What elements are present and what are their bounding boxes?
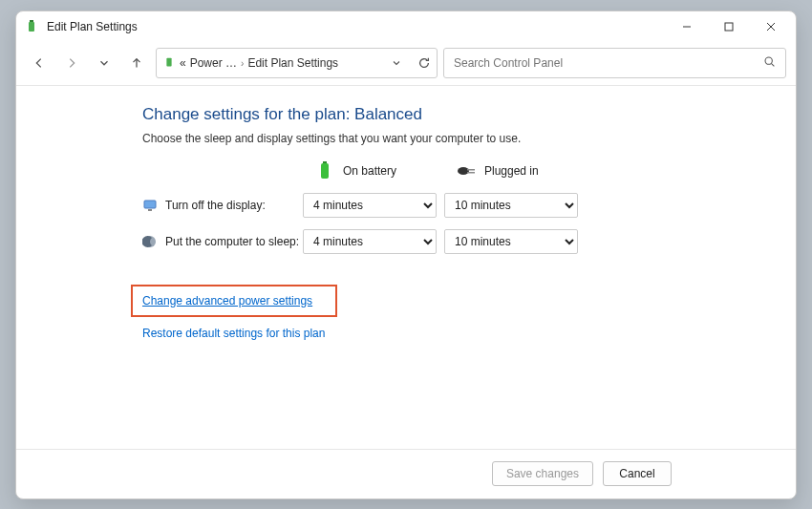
- search-icon[interactable]: [763, 55, 776, 71]
- maximize-button[interactable]: [708, 13, 750, 40]
- svg-rect-9: [321, 163, 329, 179]
- column-on-battery-label: On battery: [343, 164, 396, 178]
- column-on-battery: On battery: [303, 160, 444, 181]
- svg-rect-0: [29, 22, 34, 32]
- search-input[interactable]: [454, 56, 763, 70]
- content: Change settings for the plan: Balanced C…: [16, 86, 796, 449]
- search-box[interactable]: [443, 48, 786, 78]
- sleep-icon: [142, 234, 158, 249]
- forward-button[interactable]: [58, 50, 85, 76]
- highlight-advanced-link: Change advanced power settings: [131, 285, 337, 317]
- svg-rect-12: [467, 169, 475, 171]
- row-sleep: Put the computer to sleep:: [142, 234, 303, 249]
- svg-rect-1: [30, 20, 33, 22]
- app-icon: [24, 19, 39, 34]
- plug-icon: [456, 160, 477, 181]
- breadcrumb-item-edit-plan[interactable]: Edit Plan Settings: [247, 56, 338, 70]
- titlebar: Edit Plan Settings: [16, 11, 796, 42]
- display-plugged-select[interactable]: 10 minutes: [444, 193, 578, 218]
- row-display-label: Turn off the display:: [165, 199, 266, 212]
- column-plugged-in: Plugged in: [444, 160, 586, 181]
- link-restore-defaults[interactable]: Restore default settings for this plan: [142, 327, 325, 340]
- display-icon: [142, 198, 158, 213]
- address-dropdown[interactable]: [391, 57, 402, 69]
- svg-rect-14: [144, 201, 156, 208]
- toolbar: « Power … › Edit Plan Settings: [16, 42, 796, 86]
- link-advanced-power-settings[interactable]: Change advanced power settings: [142, 294, 312, 308]
- row-display: Turn off the display:: [142, 198, 303, 213]
- column-plugged-in-label: Plugged in: [484, 164, 539, 178]
- page-heading: Change settings for the plan: Balanced: [142, 105, 780, 124]
- svg-line-8: [772, 64, 775, 67]
- minimize-button[interactable]: [666, 13, 708, 40]
- power-icon: [162, 55, 176, 72]
- svg-rect-15: [148, 209, 152, 211]
- svg-rect-6: [166, 57, 171, 66]
- cancel-button[interactable]: Cancel: [603, 461, 672, 486]
- links-section: Change advanced power settings Restore d…: [142, 285, 780, 340]
- svg-rect-3: [725, 23, 733, 31]
- window-title: Edit Plan Settings: [47, 20, 666, 33]
- settings-grid: On battery Plugged in Turn off the displ…: [142, 160, 780, 254]
- refresh-button[interactable]: [417, 56, 431, 70]
- battery-icon: [314, 160, 335, 181]
- footer: Save changes Cancel: [16, 449, 796, 498]
- sleep-plugged-select[interactable]: 10 minutes: [444, 229, 578, 254]
- window: Edit Plan Settings « Power …: [15, 11, 797, 499]
- breadcrumb-item-power[interactable]: Power …: [190, 56, 237, 70]
- recent-dropdown[interactable]: [91, 50, 118, 76]
- display-battery-select[interactable]: 4 minutes: [303, 193, 437, 218]
- close-button[interactable]: [750, 13, 792, 40]
- page-subtext: Choose the sleep and display settings th…: [142, 132, 780, 145]
- svg-rect-10: [323, 161, 327, 163]
- save-changes-button[interactable]: Save changes: [492, 461, 593, 486]
- breadcrumb-ellipsis: «: [180, 56, 186, 70]
- svg-rect-13: [467, 172, 475, 174]
- svg-point-11: [458, 167, 469, 175]
- address-bar[interactable]: « Power … › Edit Plan Settings: [156, 48, 438, 78]
- sleep-battery-select[interactable]: 4 minutes: [303, 229, 437, 254]
- back-button[interactable]: [26, 50, 53, 76]
- up-button[interactable]: [123, 50, 150, 76]
- chevron-right-icon: ›: [241, 58, 244, 69]
- svg-point-7: [765, 57, 772, 64]
- row-sleep-label: Put the computer to sleep:: [165, 235, 299, 248]
